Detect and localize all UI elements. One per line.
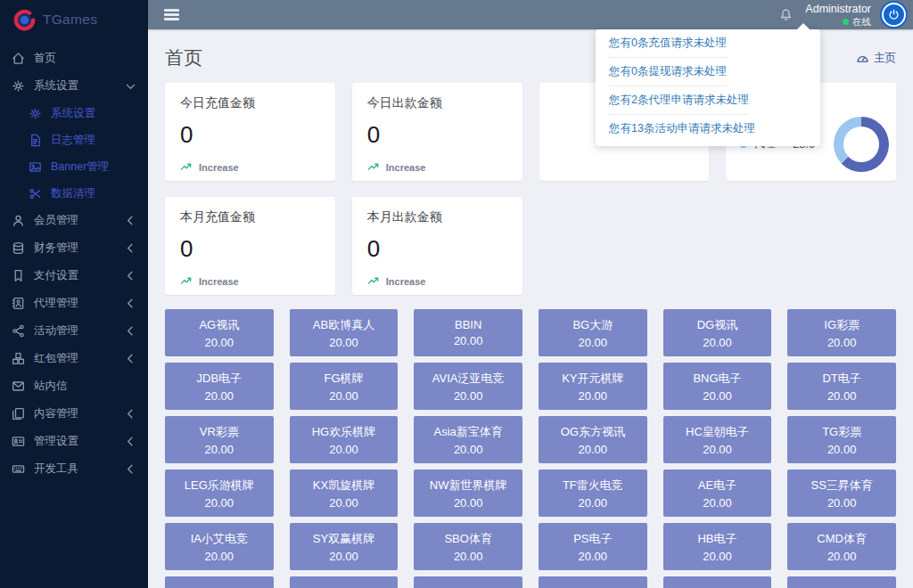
games-grid: AG视讯20.00AB欧博真人20.00BBIN20.00BG大游20.00DG… bbox=[165, 309, 896, 588]
stat-title: 今日充值金额 bbox=[180, 95, 320, 111]
sidebar-item-gear[interactable]: 系统设置 bbox=[0, 100, 148, 127]
sidebar-item-label: 活动管理 bbox=[34, 323, 78, 339]
stat-title: 今日出款金额 bbox=[367, 95, 507, 111]
sidebar-item-copy[interactable]: 内容管理 bbox=[0, 400, 148, 428]
game-button[interactable]: SS三昇体育20.00 bbox=[787, 470, 896, 517]
game-button[interactable]: BNG电子20.00 bbox=[663, 363, 772, 410]
game-button[interactable] bbox=[165, 576, 274, 588]
game-name: OG东方视讯 bbox=[561, 424, 625, 440]
game-button[interactable]: AE电子20.00 bbox=[663, 470, 772, 517]
game-button[interactable]: PS电子20.00 bbox=[539, 523, 647, 570]
bell-icon[interactable] bbox=[777, 6, 794, 23]
sidebar-item-envelope[interactable]: 站内信 bbox=[0, 372, 148, 400]
game-button[interactable]: TF雷火电竞20.00 bbox=[539, 470, 647, 517]
game-button[interactable]: KY开元棋牌20.00 bbox=[539, 363, 647, 410]
game-value: 20.00 bbox=[454, 389, 483, 403]
trend-up-icon bbox=[367, 160, 381, 174]
game-button[interactable]: OG东方视讯20.00 bbox=[539, 416, 647, 463]
game-button[interactable]: KX凯旋棋牌20.00 bbox=[290, 470, 399, 517]
sidebar-item-bookmark[interactable]: 支付设置 bbox=[0, 262, 148, 290]
game-button[interactable]: IG彩票20.00 bbox=[787, 309, 896, 356]
sidebar-item-gears[interactable]: 系统设置 bbox=[0, 72, 148, 100]
chevron-left-icon bbox=[124, 435, 137, 448]
sidebar-item-share[interactable]: 活动管理 bbox=[0, 317, 148, 345]
sidebar-item-home[interactable]: 首页 bbox=[0, 45, 148, 72]
game-button[interactable]: CMD体育20.00 bbox=[787, 523, 896, 570]
game-name: SBO体育 bbox=[444, 531, 491, 547]
game-button[interactable]: BG大游20.00 bbox=[539, 309, 647, 356]
game-name: SS三昇体育 bbox=[810, 478, 872, 494]
sidebar-item-cubes[interactable]: 红包管理 bbox=[0, 345, 148, 372]
game-button[interactable]: HC皇朝电子20.00 bbox=[663, 416, 772, 463]
sidebar-item-log-file[interactable]: 日志管理 bbox=[0, 127, 148, 153]
game-button[interactable]: SY双赢棋牌20.00 bbox=[290, 523, 399, 570]
game-button[interactable]: NW新世界棋牌20.00 bbox=[414, 470, 522, 517]
game-button[interactable]: SBO体育20.00 bbox=[414, 523, 522, 570]
game-name: LEG乐游棋牌 bbox=[185, 478, 254, 494]
game-button[interactable]: LEG乐游棋牌20.00 bbox=[165, 470, 274, 517]
sidebar-item-database[interactable]: 财务管理 bbox=[0, 234, 148, 262]
stat-card-month-deposit: 本月充值金额 0 Increase bbox=[165, 197, 335, 295]
sidebar-item-id-card[interactable]: 管理设置 bbox=[0, 428, 148, 455]
game-button[interactable]: HB电子20.00 bbox=[663, 523, 772, 570]
game-button[interactable]: BBIN20.00 bbox=[414, 309, 522, 356]
chevron-left-icon bbox=[124, 269, 137, 282]
game-value: 20.00 bbox=[579, 550, 608, 563]
game-button[interactable]: VR彩票20.00 bbox=[165, 416, 274, 463]
game-value: 20.00 bbox=[454, 496, 483, 510]
game-button[interactable]: JDB电子20.00 bbox=[165, 363, 274, 410]
game-button[interactable]: AB欧博真人20.00 bbox=[290, 309, 399, 356]
stat-value: 0 bbox=[367, 235, 507, 263]
game-button[interactable]: AVIA泛亚电竞20.00 bbox=[414, 363, 522, 410]
game-button[interactable]: FG棋牌20.00 bbox=[290, 363, 399, 410]
stat-footer: Increase bbox=[367, 160, 507, 174]
chevron-left-icon bbox=[124, 462, 137, 476]
game-value: 20.00 bbox=[579, 443, 608, 456]
game-button[interactable] bbox=[787, 576, 896, 588]
game-name: AG视讯 bbox=[199, 317, 239, 333]
brand[interactable]: TGames bbox=[0, 0, 148, 39]
game-name: KY开元棋牌 bbox=[562, 371, 623, 387]
sidebar-item-image[interactable]: Banner管理 bbox=[0, 153, 148, 180]
stat-value: 0 bbox=[367, 121, 507, 149]
game-value: 20.00 bbox=[329, 389, 358, 403]
game-value: 20.00 bbox=[703, 496, 732, 510]
sidebar-item-label: 数据清理 bbox=[51, 186, 95, 201]
game-value: 20.00 bbox=[579, 389, 608, 403]
gear-icon bbox=[29, 107, 43, 120]
breadcrumb[interactable]: 主页 bbox=[856, 51, 896, 66]
notification-item[interactable]: 您有0条充值请求未处理 bbox=[596, 29, 820, 58]
game-button[interactable]: TG彩票20.00 bbox=[787, 416, 896, 463]
game-button[interactable]: DT电子20.00 bbox=[787, 363, 896, 410]
online-status-label: 在线 bbox=[852, 16, 871, 29]
game-value: 20.00 bbox=[579, 496, 608, 510]
breadcrumb-label: 主页 bbox=[874, 51, 896, 66]
menu-toggle-button[interactable] bbox=[160, 5, 183, 24]
sidebar-item-keyboard[interactable]: 开发工具 bbox=[0, 455, 148, 483]
game-button[interactable] bbox=[290, 576, 399, 588]
notification-item[interactable]: 您有2条代理申请请求未处理 bbox=[596, 86, 820, 115]
user-block[interactable]: Administrator 在线 bbox=[805, 2, 871, 29]
game-button[interactable]: HG欢乐棋牌20.00 bbox=[290, 416, 399, 463]
game-name: HC皇朝电子 bbox=[686, 424, 749, 440]
game-button[interactable] bbox=[663, 576, 772, 588]
sidebar-item-user[interactable]: 会员管理 bbox=[0, 207, 148, 234]
game-button[interactable]: Asia新宝体育20.00 bbox=[414, 416, 522, 463]
game-button[interactable]: IA小艾电竞20.00 bbox=[165, 523, 274, 570]
game-button[interactable]: DG视讯20.00 bbox=[663, 309, 772, 356]
stat-value: 0 bbox=[180, 235, 320, 263]
notification-text: 您有2条代理申请请求未处理 bbox=[609, 93, 749, 115]
chevron-left-icon bbox=[124, 324, 137, 338]
notification-item[interactable]: 您有0条提现请求未处理 bbox=[596, 58, 820, 86]
logout-power-button[interactable] bbox=[882, 3, 906, 27]
game-value: 20.00 bbox=[579, 336, 608, 349]
notifications-list: 您有0条充值请求未处理您有0条提现请求未处理您有2条代理申请请求未处理您有13条… bbox=[596, 29, 820, 143]
gears-icon bbox=[12, 79, 26, 93]
game-button[interactable]: AG视讯20.00 bbox=[165, 309, 274, 356]
game-button[interactable] bbox=[539, 576, 647, 588]
sidebar-item-scissors[interactable]: 数据清理 bbox=[0, 180, 148, 207]
sidebar-item-contact-card[interactable]: 代理管理 bbox=[0, 290, 148, 317]
notification-item[interactable]: 您有13条活动申请请求未处理 bbox=[596, 115, 820, 143]
sidebar-item-label: 系统设置 bbox=[34, 78, 78, 94]
game-button[interactable] bbox=[414, 576, 522, 588]
